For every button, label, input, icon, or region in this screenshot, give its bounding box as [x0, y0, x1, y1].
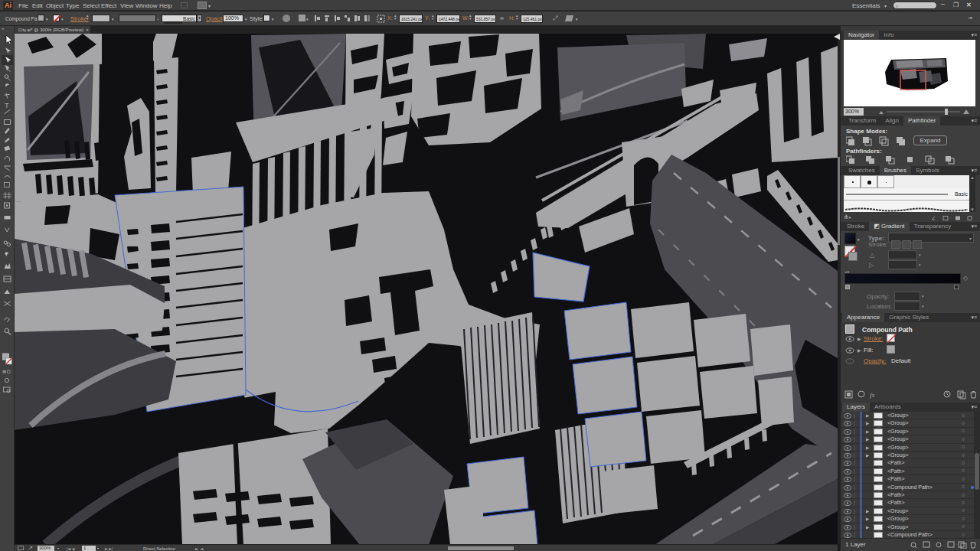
svg-text:T: T — [5, 102, 8, 109]
svg-text:fx: fx — [870, 391, 875, 399]
